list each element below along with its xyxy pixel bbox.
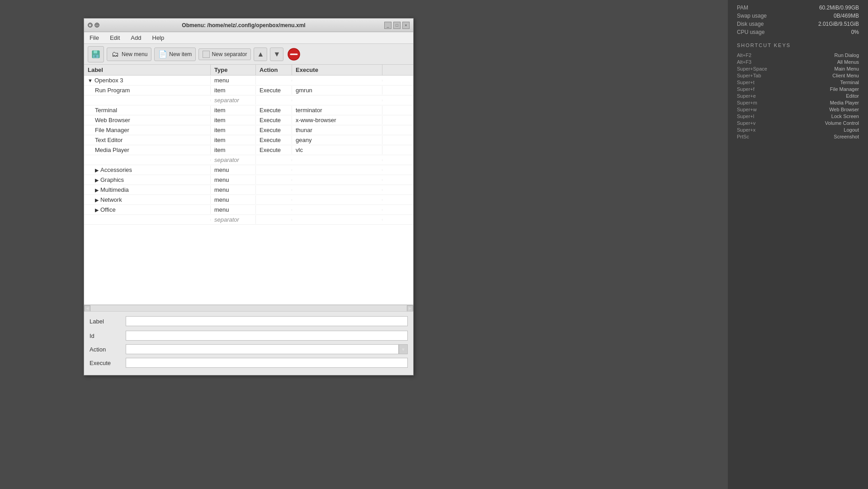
tree-cell-execute [292, 169, 382, 171]
tree-cell-type: menu [211, 76, 256, 85]
tree-row[interactable]: ▶Accessories menu [84, 165, 413, 175]
shortcut-key: Super+w [737, 107, 757, 112]
shortcut-action: File Manager [830, 86, 859, 92]
shortcut-key: Super+Space [737, 66, 767, 71]
shortcut-key: Super+f [737, 86, 755, 92]
form-execute-input[interactable] [126, 358, 408, 368]
form-label-field-label: Label [90, 318, 126, 325]
stat-value: 0B/469MB [834, 13, 859, 19]
tree-cell-label: ▶Network [84, 195, 211, 204]
tree-table[interactable]: Label Type Action Execute ▼Openbox 3 men… [84, 65, 413, 305]
tree-cell-execute [292, 179, 382, 181]
save-icon-area[interactable] [88, 46, 104, 62]
menu-file[interactable]: File [88, 33, 101, 42]
tree-row[interactable]: Web Browser item Execute x-www-browser [84, 115, 413, 125]
tree-row[interactable]: File Manager item Execute thunar [84, 125, 413, 135]
menu-add[interactable]: Add [129, 33, 143, 42]
maximize-button[interactable]: □ [393, 22, 401, 29]
bottom-form: Label Id Action ▼ Execute [84, 311, 413, 375]
tree-row[interactable]: separator [84, 215, 413, 225]
shortcut-action: Screenshot [834, 134, 859, 139]
stat-label: CPU usage [737, 29, 764, 35]
shortcut-action: Lock Screen [831, 114, 859, 119]
right-panel: PAM 60.2MiB/0.99GB Swap usage 0B/469MB D… [728, 0, 868, 489]
tree-cell-execute: vlc [292, 146, 382, 154]
tree-cell-type: item [211, 146, 256, 154]
tree-cell-execute [292, 199, 382, 201]
menu-help[interactable]: Help [151, 33, 166, 42]
delete-button[interactable] [286, 47, 302, 62]
tree-row[interactable]: Run Program item Execute gmrun [84, 85, 413, 95]
title-bar-dots: ■ — [88, 23, 99, 28]
tree-row[interactable]: separator [84, 95, 413, 105]
new-item-button[interactable]: 📄 New item [154, 47, 196, 61]
shortcut-key: Alt+F2 [737, 52, 751, 58]
tree-row[interactable]: ▼Openbox 3 menu [84, 76, 413, 85]
tree-row[interactable]: ▶Multimedia menu [84, 185, 413, 195]
h-scroll-right[interactable]: ▶ [407, 305, 413, 312]
tree-cell-type: menu [211, 166, 256, 174]
tree-cell-execute: geany [292, 136, 382, 144]
tree-cell-label: ▶Graphics [84, 176, 211, 184]
h-scroll-area[interactable]: ◀ ▶ [84, 305, 413, 311]
tree-cell-type: menu [211, 185, 256, 194]
tree-row[interactable]: ▶Office menu [84, 205, 413, 215]
tree-header: Label Type Action Execute [84, 65, 413, 76]
tree-cell-action [256, 199, 292, 201]
shortcut-row: Super+t Terminal [737, 80, 859, 85]
shortcut-key: Super+l [737, 114, 754, 119]
tree-cell-execute [292, 219, 382, 221]
tree-cell-type: item [211, 116, 256, 124]
h-scroll-left[interactable]: ◀ [84, 305, 90, 312]
title-dot-1[interactable]: ■ [88, 23, 93, 28]
form-id-input[interactable] [126, 331, 408, 341]
main-window: ■ — Obmenu: /home/nelz/.config/openbox/m… [84, 18, 414, 375]
tree-row[interactable]: ▶Network menu [84, 195, 413, 205]
move-down-button[interactable]: ▼ [270, 47, 283, 61]
tree-cell-label: ▶Office [84, 205, 211, 214]
tree-row[interactable]: Media Player item Execute vlc [84, 145, 413, 155]
tree-cell-label: Run Program [84, 86, 211, 95]
shortcut-row: Alt+F2 Run Dialog [737, 52, 859, 58]
tree-cell-label: ▼Openbox 3 [84, 76, 211, 85]
tree-cell-label [84, 219, 211, 221]
form-action-field-label: Action [90, 346, 126, 353]
shortcut-key: Super+t [737, 80, 755, 85]
tree-cell-action [256, 169, 292, 171]
h-scroll-track[interactable] [90, 305, 407, 312]
shortcut-key: Super+v [737, 120, 755, 126]
shortcut-row: Super+w Web Browser [737, 107, 859, 112]
new-separator-icon [203, 51, 210, 58]
tree-cell-label: Text Editor [84, 136, 211, 144]
tree-row[interactable]: separator [84, 155, 413, 165]
title-dot-2[interactable]: — [94, 23, 99, 28]
close-button[interactable]: × [402, 22, 410, 29]
tree-row[interactable]: Terminal item Execute terminator [84, 105, 413, 115]
new-separator-button[interactable]: New separator [198, 48, 251, 60]
move-up-button[interactable]: ▲ [254, 47, 267, 61]
menu-edit[interactable]: Edit [108, 33, 122, 42]
tree-cell-label [84, 100, 211, 101]
shortcut-action: Client Menu [832, 73, 859, 78]
svg-rect-1 [94, 51, 97, 53]
tree-cell-label: Terminal [84, 106, 211, 114]
form-action-dropdown-button[interactable]: ▼ [399, 344, 408, 354]
shortcut-key: Super+e [737, 93, 756, 99]
tree-cell-execute [292, 100, 382, 101]
form-label-input[interactable] [126, 316, 408, 326]
stat-row: PAM 60.2MiB/0.99GB [737, 5, 859, 11]
tree-row[interactable]: ▶Graphics menu [84, 175, 413, 185]
stat-value: 60.2MiB/0.99GB [819, 5, 859, 11]
form-action-input[interactable] [126, 344, 399, 354]
tree-row[interactable]: Text Editor item Execute geany [84, 135, 413, 145]
shortcut-key: PrtSc [737, 134, 749, 139]
minimize-button[interactable]: _ [384, 22, 392, 29]
stat-row: Disk usage 2.01GiB/9.51GiB [737, 21, 859, 27]
tree-cell-action: Execute [256, 106, 292, 114]
tree-cell-action [256, 100, 292, 101]
new-item-icon: 📄 [158, 50, 167, 59]
shortcut-row: Super+l Lock Screen [737, 114, 859, 119]
new-menu-button[interactable]: 🗂 New menu [107, 47, 151, 61]
shortcut-row: Super+Space Main Menu [737, 66, 859, 71]
window-title: Obmenu: /home/nelz/.config/openbox/menu.… [103, 22, 384, 28]
